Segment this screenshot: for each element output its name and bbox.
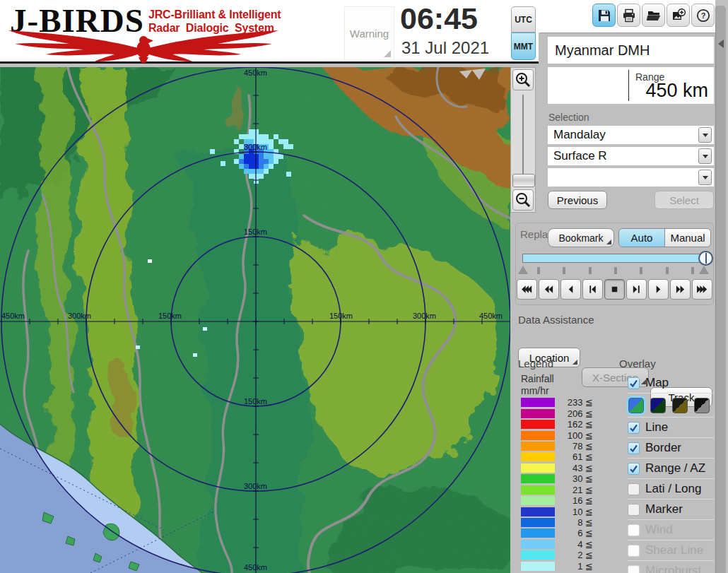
- replay-timeline-slider[interactable]: [522, 254, 712, 263]
- playback-play-forward-button[interactable]: [648, 279, 669, 300]
- checkbox-lati-long[interactable]: [628, 483, 640, 495]
- radar-map-svg: 450km300km150km150km300km450km450km300km…: [0, 67, 510, 573]
- option-dropdown[interactable]: [548, 168, 714, 187]
- chevron-down-icon: [703, 176, 708, 179]
- timezone-utc-button[interactable]: UTC: [511, 6, 536, 33]
- svg-text:150km: 150km: [158, 312, 182, 320]
- map-style-swatch-2[interactable]: [650, 398, 666, 413]
- svg-text:300km: 300km: [413, 312, 436, 320]
- legend-value: 61 ≦: [555, 451, 593, 462]
- header-toolbar-area: ?: [539, 0, 715, 33]
- zoom-out-button[interactable]: [512, 189, 534, 211]
- eagle-logo-icon: [6, 28, 281, 64]
- add-image-button[interactable]: [667, 4, 690, 27]
- replay-mode-toggle: Auto Manual: [618, 228, 711, 247]
- playback-step-backward-button[interactable]: [582, 279, 603, 300]
- zoom-slider-handle[interactable]: [512, 174, 535, 187]
- legend-row: 21 ≦: [521, 485, 593, 495]
- station-name-box: Myanmar DMH: [548, 37, 714, 64]
- playback-controls: [517, 279, 712, 300]
- legend-color-swatch: [521, 431, 555, 440]
- legend-row: 206 ≦: [521, 408, 593, 418]
- legend-value: 21 ≦: [555, 485, 593, 495]
- save-icon: [597, 8, 612, 23]
- panel-collapse-strip[interactable]: [715, 6, 726, 573]
- overlay-section-label: Overlay: [619, 358, 656, 370]
- checkbox-line[interactable]: [628, 422, 640, 434]
- map-style-swatch-1[interactable]: [628, 398, 644, 413]
- timeline-ticks: [537, 267, 694, 274]
- timezone-mmt-button[interactable]: MMT: [511, 33, 536, 60]
- playback-stop-button[interactable]: [604, 279, 625, 300]
- playback-fast-rewind-button[interactable]: [539, 279, 559, 300]
- slider-tick: [537, 267, 540, 274]
- option-dropdown-button[interactable]: [698, 170, 712, 185]
- map-style-swatch-3[interactable]: [672, 398, 688, 413]
- save-button[interactable]: [592, 4, 616, 27]
- overlay-item-lati-long: Lati / Long: [628, 478, 714, 499]
- step-backward-icon: [587, 284, 598, 295]
- panel-divider-line: [540, 33, 715, 33]
- playback-fastest-forward-button[interactable]: [692, 279, 712, 300]
- open-folder-button[interactable]: [642, 4, 665, 27]
- product-dropdown-button[interactable]: [698, 148, 712, 164]
- zoom-in-button[interactable]: [512, 69, 534, 90]
- manual-mode-button[interactable]: Manual: [665, 229, 710, 247]
- legend-color-swatch: [521, 463, 555, 473]
- playback-fast-forward-button[interactable]: [670, 279, 691, 300]
- legend-value: 30 ≦: [555, 473, 593, 484]
- bookmark-button[interactable]: Bookmark: [548, 228, 614, 247]
- overlay-item-label: Marker: [645, 502, 683, 516]
- legend-value: 2 ≦: [555, 550, 593, 560]
- print-button[interactable]: [617, 4, 640, 27]
- svg-text:150km: 150km: [329, 312, 353, 320]
- slider-tick: [563, 267, 565, 274]
- svg-text:300km: 300km: [244, 482, 267, 490]
- map-style-swatch-4[interactable]: [694, 398, 710, 413]
- checkbox-marker[interactable]: [628, 504, 640, 516]
- checkbox-microburst: [628, 565, 640, 573]
- playback-fastest-rewind-button[interactable]: [517, 279, 537, 300]
- playback-step-forward-button[interactable]: [626, 279, 647, 300]
- playback-play-backward-button[interactable]: [560, 279, 581, 300]
- auto-mode-button[interactable]: Auto: [619, 229, 665, 247]
- timeline-start-marker: [518, 266, 528, 274]
- warning-button[interactable]: Warning: [344, 6, 394, 61]
- legend-color-swatch: [521, 442, 555, 451]
- station-dropdown-button[interactable]: [698, 127, 712, 143]
- previous-button[interactable]: Previous: [548, 191, 607, 209]
- svg-text:?: ?: [700, 11, 705, 20]
- legend-row: 233 ≦: [521, 397, 593, 408]
- help-icon: ?: [695, 8, 711, 23]
- collapse-arrow-icon: [718, 40, 724, 48]
- svg-text:300km: 300km: [244, 143, 267, 151]
- help-button[interactable]: ?: [691, 4, 715, 27]
- overlay-item-range-az: Range / AZ: [628, 458, 714, 478]
- checkbox-border[interactable]: [628, 442, 640, 454]
- replay-slider-handle[interactable]: [698, 251, 713, 266]
- legend-title: Rainfallmm/hr: [521, 373, 554, 397]
- overlay-item-line: Line: [628, 417, 714, 437]
- checkbox-map[interactable]: [628, 377, 640, 389]
- map-zoom-control: [510, 67, 536, 213]
- legend-value: 162 ≦: [555, 419, 593, 430]
- radar-map-display[interactable]: 450km300km150km150km300km450km450km300km…: [0, 67, 510, 573]
- legend-color-swatch: [521, 562, 555, 571]
- select-button[interactable]: Select: [654, 191, 714, 209]
- checkbox-range-az[interactable]: [628, 463, 640, 475]
- header-bar: J-BIRDS JRC-Brilliant & IntelligentRadar…: [0, 0, 539, 64]
- zoom-slider-track[interactable]: [522, 95, 524, 174]
- legend-title-line2: mm/hr: [521, 385, 549, 396]
- product-dropdown-value: Surface R: [553, 149, 607, 163]
- overlay-item-label: Line: [645, 420, 668, 435]
- overlay-item-wind: Wind: [628, 519, 714, 540]
- step-forward-icon: [631, 284, 642, 295]
- map-style-swatches: [628, 393, 714, 417]
- legend-row: 1 ≦: [521, 561, 593, 572]
- station-dropdown[interactable]: Mandalay: [548, 126, 714, 144]
- stop-icon: [609, 284, 620, 295]
- check-icon: [629, 379, 638, 388]
- legend-value: 100 ≦: [555, 430, 593, 441]
- product-dropdown[interactable]: Surface R: [548, 147, 714, 165]
- overlay-item-label: Shear Line: [645, 543, 703, 557]
